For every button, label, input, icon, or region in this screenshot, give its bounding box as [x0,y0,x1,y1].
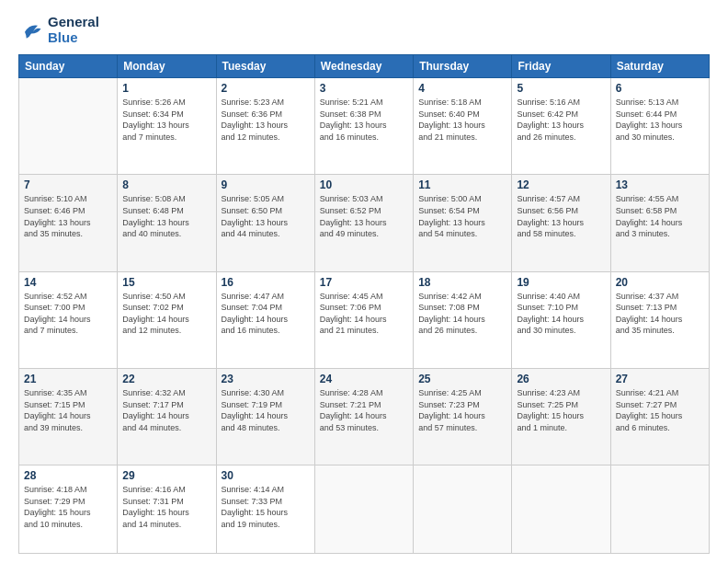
logo: General Blue [18,15,99,45]
day-number: 12 [517,178,605,191]
day-info: Sunrise: 4:21 AM Sunset: 7:27 PM Dayligh… [616,387,704,433]
day-info: Sunrise: 5:05 AM Sunset: 6:50 PM Dayligh… [222,193,310,239]
day-info: Sunrise: 4:42 AM Sunset: 7:08 PM Dayligh… [418,291,506,337]
day-number: 29 [122,469,210,482]
calendar-cell: 16Sunrise: 4:47 AM Sunset: 7:04 PM Dayli… [216,271,314,368]
day-number: 15 [122,276,210,289]
column-header-thursday: Thursday [414,55,512,78]
calendar-cell: 26Sunrise: 4:23 AM Sunset: 7:25 PM Dayli… [512,368,610,465]
day-number: 20 [616,276,704,289]
day-info: Sunrise: 5:10 AM Sunset: 6:46 PM Dayligh… [24,193,112,239]
column-header-friday: Friday [512,55,610,78]
day-info: Sunrise: 4:52 AM Sunset: 7:00 PM Dayligh… [24,291,112,337]
calendar-cell: 8Sunrise: 5:08 AM Sunset: 6:48 PM Daylig… [118,175,216,271]
day-number: 17 [320,276,408,289]
day-number: 6 [616,82,704,95]
day-info: Sunrise: 4:37 AM Sunset: 7:13 PM Dayligh… [616,291,704,337]
calendar-cell: 27Sunrise: 4:21 AM Sunset: 7:27 PM Dayli… [610,368,709,465]
calendar-cell: 21Sunrise: 4:35 AM Sunset: 7:15 PM Dayli… [19,368,118,465]
calendar-week-row: 28Sunrise: 4:18 AM Sunset: 7:29 PM Dayli… [19,465,710,554]
calendar-cell: 22Sunrise: 4:32 AM Sunset: 7:17 PM Dayli… [118,368,216,465]
day-number: 24 [320,373,408,385]
day-info: Sunrise: 5:00 AM Sunset: 6:54 PM Dayligh… [418,193,506,239]
column-header-tuesday: Tuesday [216,55,314,78]
day-number: 11 [418,178,506,191]
day-info: Sunrise: 5:23 AM Sunset: 6:36 PM Dayligh… [222,97,310,143]
page: General Blue SundayMondayTuesdayWednesda… [0,0,728,563]
day-info: Sunrise: 5:18 AM Sunset: 6:40 PM Dayligh… [418,97,506,143]
day-number: 19 [517,276,605,289]
day-info: Sunrise: 4:35 AM Sunset: 7:15 PM Dayligh… [24,387,112,433]
day-number: 26 [517,373,605,385]
calendar-cell: 17Sunrise: 4:45 AM Sunset: 7:06 PM Dayli… [314,271,413,368]
day-info: Sunrise: 4:32 AM Sunset: 7:17 PM Dayligh… [122,387,210,433]
day-number: 16 [222,276,310,289]
calendar-cell: 1Sunrise: 5:26 AM Sunset: 6:34 PM Daylig… [118,78,216,175]
calendar-table: SundayMondayTuesdayWednesdayThursdayFrid… [18,54,710,554]
calendar-cell [19,78,118,175]
day-number: 30 [222,469,310,482]
calendar-cell: 4Sunrise: 5:18 AM Sunset: 6:40 PM Daylig… [414,78,512,175]
day-number: 5 [517,82,605,95]
calendar-week-row: 14Sunrise: 4:52 AM Sunset: 7:00 PM Dayli… [19,271,710,368]
calendar-cell [512,465,610,554]
calendar-cell: 9Sunrise: 5:05 AM Sunset: 6:50 PM Daylig… [216,175,314,271]
calendar-cell: 19Sunrise: 4:40 AM Sunset: 7:10 PM Dayli… [512,271,610,368]
day-info: Sunrise: 4:23 AM Sunset: 7:25 PM Dayligh… [517,387,605,433]
calendar-cell [314,465,413,554]
calendar-cell [414,465,512,554]
day-info: Sunrise: 4:40 AM Sunset: 7:10 PM Dayligh… [517,291,605,337]
calendar-cell: 10Sunrise: 5:03 AM Sunset: 6:52 PM Dayli… [314,175,413,271]
day-info: Sunrise: 4:50 AM Sunset: 7:02 PM Dayligh… [122,291,210,337]
day-number: 14 [24,276,112,289]
calendar-cell: 23Sunrise: 4:30 AM Sunset: 7:19 PM Dayli… [216,368,314,465]
column-header-saturday: Saturday [610,55,709,78]
calendar-cell: 18Sunrise: 4:42 AM Sunset: 7:08 PM Dayli… [414,271,512,368]
calendar-cell: 6Sunrise: 5:13 AM Sunset: 6:44 PM Daylig… [610,78,709,175]
day-info: Sunrise: 5:08 AM Sunset: 6:48 PM Dayligh… [122,193,210,239]
day-info: Sunrise: 4:18 AM Sunset: 7:29 PM Dayligh… [24,484,112,530]
column-header-sunday: Sunday [19,55,118,78]
day-number: 13 [616,178,704,191]
calendar-cell: 3Sunrise: 5:21 AM Sunset: 6:38 PM Daylig… [314,78,413,175]
calendar-week-row: 1Sunrise: 5:26 AM Sunset: 6:34 PM Daylig… [19,78,710,175]
calendar-cell [610,465,709,554]
day-info: Sunrise: 4:28 AM Sunset: 7:21 PM Dayligh… [320,387,408,433]
calendar-cell: 13Sunrise: 4:55 AM Sunset: 6:58 PM Dayli… [610,175,709,271]
calendar-cell: 15Sunrise: 4:50 AM Sunset: 7:02 PM Dayli… [118,271,216,368]
day-number: 22 [122,373,210,385]
calendar-cell: 12Sunrise: 4:57 AM Sunset: 6:56 PM Dayli… [512,175,610,271]
header: General Blue [18,15,710,45]
day-number: 8 [122,178,210,191]
day-info: Sunrise: 5:03 AM Sunset: 6:52 PM Dayligh… [320,193,408,239]
day-info: Sunrise: 5:13 AM Sunset: 6:44 PM Dayligh… [616,97,704,143]
calendar-cell: 29Sunrise: 4:16 AM Sunset: 7:31 PM Dayli… [118,465,216,554]
column-header-monday: Monday [118,55,216,78]
day-number: 9 [222,178,310,191]
day-info: Sunrise: 5:21 AM Sunset: 6:38 PM Dayligh… [320,97,408,143]
day-number: 7 [24,178,112,191]
logo-text: General Blue [48,15,99,45]
calendar-cell: 14Sunrise: 4:52 AM Sunset: 7:00 PM Dayli… [19,271,118,368]
logo-icon [18,17,44,43]
day-number: 3 [320,82,408,95]
day-number: 25 [418,373,506,385]
day-info: Sunrise: 4:47 AM Sunset: 7:04 PM Dayligh… [222,291,310,337]
day-number: 27 [616,373,704,385]
calendar-cell: 30Sunrise: 4:14 AM Sunset: 7:33 PM Dayli… [216,465,314,554]
day-info: Sunrise: 5:26 AM Sunset: 6:34 PM Dayligh… [122,97,210,143]
calendar-cell: 25Sunrise: 4:25 AM Sunset: 7:23 PM Dayli… [414,368,512,465]
day-info: Sunrise: 4:30 AM Sunset: 7:19 PM Dayligh… [222,387,310,433]
day-number: 21 [24,373,112,385]
calendar-cell: 2Sunrise: 5:23 AM Sunset: 6:36 PM Daylig… [216,78,314,175]
day-info: Sunrise: 5:16 AM Sunset: 6:42 PM Dayligh… [517,97,605,143]
day-number: 4 [418,82,506,95]
day-number: 10 [320,178,408,191]
day-number: 1 [122,82,210,95]
calendar-cell: 11Sunrise: 5:00 AM Sunset: 6:54 PM Dayli… [414,175,512,271]
calendar-cell: 7Sunrise: 5:10 AM Sunset: 6:46 PM Daylig… [19,175,118,271]
day-number: 2 [222,82,310,95]
day-info: Sunrise: 4:14 AM Sunset: 7:33 PM Dayligh… [222,484,310,530]
day-number: 23 [222,373,310,385]
calendar-cell: 20Sunrise: 4:37 AM Sunset: 7:13 PM Dayli… [610,271,709,368]
